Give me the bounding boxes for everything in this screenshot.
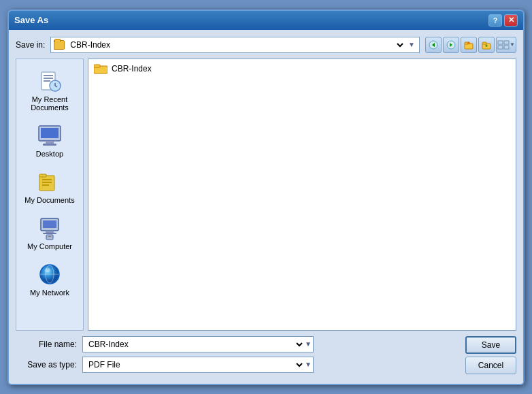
save-in-dropdown[interactable]: CBR-Index ▼ — [50, 37, 420, 53]
save-in-label: Save in: — [16, 40, 45, 50]
folder-icon-small — [54, 40, 65, 50]
forward-icon — [446, 40, 456, 50]
svg-rect-29 — [42, 184, 49, 186]
title-bar-buttons: ? ✕ — [488, 14, 518, 27]
folder-icon — [94, 63, 107, 74]
forward-button[interactable] — [443, 37, 459, 53]
filetype-select[interactable]: PDF File — [83, 357, 305, 372]
up-folder-icon — [464, 40, 473, 50]
up-folder-button[interactable] — [461, 37, 477, 53]
back-icon — [429, 40, 438, 50]
title-bar: Save As ? ✕ — [9, 11, 523, 30]
my-computer-icon — [36, 216, 63, 241]
desktop-icon — [36, 124, 63, 148]
save-as-dialog: Save As ? ✕ Save in: CBR-Index ▼ — [7, 10, 525, 385]
filetype-label: Save as type: — [16, 360, 77, 370]
svg-rect-35 — [48, 236, 51, 237]
action-buttons: Save Cancel — [465, 336, 516, 374]
sidebar-label-mycomputer: My Computer — [27, 242, 72, 250]
svg-rect-17 — [44, 80, 50, 82]
file-item-label: CBR-Index — [112, 64, 152, 73]
views-button[interactable]: ▼ — [496, 37, 516, 53]
sidebar-item-desktop[interactable]: Desktop — [19, 119, 80, 163]
bottom-section: File name: CBR-Index ▼ Save as type: — [16, 336, 516, 377]
help-button[interactable]: ? — [488, 14, 502, 27]
svg-text:+: + — [485, 44, 488, 48]
sidebar-item-mycomputer[interactable]: My Computer — [19, 212, 80, 255]
filename-input-wrapper[interactable]: CBR-Index ▼ — [82, 336, 314, 352]
toolbar-nav-buttons: + ▼ — [425, 37, 516, 53]
dropdown-arrow-icon: ▼ — [408, 41, 416, 48]
svg-rect-34 — [46, 235, 53, 240]
svg-rect-32 — [46, 231, 54, 233]
sidebar: My RecentDocuments Desktop — [16, 59, 84, 331]
svg-rect-10 — [498, 41, 503, 44]
dialog-title: Save As — [14, 15, 48, 25]
svg-rect-27 — [42, 179, 52, 180]
svg-rect-26 — [39, 174, 46, 177]
save-in-select[interactable]: CBR-Index — [67, 39, 405, 50]
sidebar-item-recent[interactable]: My RecentDocuments — [19, 65, 80, 116]
svg-rect-24 — [43, 144, 56, 146]
svg-rect-13 — [504, 46, 509, 49]
sidebar-label-mynetwork: My Network — [30, 289, 69, 297]
new-folder-icon: + — [482, 40, 491, 50]
sidebar-item-mydocs[interactable]: My Documents — [19, 165, 80, 209]
new-folder-button[interactable]: + — [478, 37, 495, 53]
save-in-row: Save in: CBR-Index ▼ — [16, 37, 516, 53]
sidebar-item-mynetwork[interactable]: My Network — [19, 258, 80, 301]
svg-rect-11 — [504, 41, 509, 44]
filetype-row: Save as type: PDF File ▼ — [16, 357, 454, 373]
file-browser: CBR-Index — [88, 59, 516, 331]
svg-rect-28 — [42, 182, 52, 183]
views-dropdown-icon: ▼ — [510, 42, 515, 48]
sidebar-label-mydocs: My Documents — [24, 196, 74, 204]
filename-label: File name: — [16, 340, 77, 349]
svg-rect-16 — [44, 78, 53, 79]
svg-rect-31 — [43, 220, 56, 228]
sidebar-label-recent: My RecentDocuments — [31, 95, 69, 112]
my-documents-icon — [36, 170, 63, 195]
filename-dropdown-arrow: ▼ — [305, 340, 313, 348]
main-content-area: My RecentDocuments Desktop — [16, 59, 516, 331]
views-icon — [497, 40, 510, 50]
svg-rect-41 — [94, 65, 100, 67]
back-button[interactable] — [425, 37, 442, 53]
filename-row: File name: CBR-Index ▼ — [16, 336, 454, 352]
input-fields: File name: CBR-Index ▼ Save as type: — [16, 336, 454, 377]
sidebar-label-desktop: Desktop — [36, 150, 63, 158]
svg-rect-22 — [41, 128, 59, 138]
svg-rect-23 — [46, 141, 54, 144]
svg-rect-12 — [498, 46, 503, 49]
filetype-dropdown-arrow: ▼ — [305, 361, 313, 368]
filename-select[interactable]: CBR-Index — [83, 337, 305, 352]
bottom-rows: File name: CBR-Index ▼ Save as type: — [16, 336, 516, 377]
list-item[interactable]: CBR-Index — [91, 62, 513, 76]
svg-rect-15 — [44, 75, 53, 76]
my-network-icon — [36, 263, 63, 287]
filetype-input-wrapper[interactable]: PDF File ▼ — [82, 357, 314, 373]
svg-rect-33 — [43, 233, 56, 234]
dialog-body: Save in: CBR-Index ▼ — [9, 30, 523, 384]
cancel-button[interactable]: Cancel — [465, 357, 516, 374]
save-button[interactable]: Save — [465, 336, 516, 354]
recent-documents-icon — [36, 69, 63, 94]
close-button[interactable]: ✕ — [504, 14, 518, 27]
